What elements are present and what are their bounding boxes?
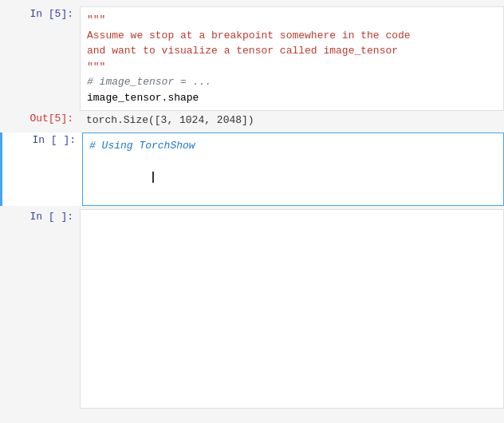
text-cursor [152,172,154,183]
cell-5-output-label: Out[5]: [0,111,80,125]
cell-6-label: In [ ]: [2,132,82,146]
notebook-container: In [5]: """ Assume we stop at a breakpoi… [0,0,504,415]
cell-6: In [ ]: # Using TorchShow [0,132,504,206]
code-line: and want to visualize a tensor called im… [87,43,497,59]
cell-5-input-row: In [5]: """ Assume we stop at a breakpoi… [0,6,504,111]
cell-5-label: In [5]: [0,6,80,20]
cell-7-input-row: In [ ]: [0,209,504,409]
cell-5: In [5]: """ Assume we stop at a breakpoi… [0,6,504,129]
code-line: image_tensor.shape [87,90,497,106]
code-line: """ [87,59,497,75]
cell-5-output: torch.Size([3, 1024, 2048]) [80,111,504,129]
cell-5-content[interactable]: """ Assume we stop at a breakpoint somew… [80,6,504,111]
cell-5-output-row: Out[5]: torch.Size([3, 1024, 2048]) [0,111,504,129]
cell-7: In [ ]: [0,209,504,409]
code-line: # Using TorchShow [89,138,497,154]
cell-6-input-row: In [ ]: # Using TorchShow [2,132,504,206]
code-line: """ [87,12,497,28]
code-line: Assume we stop at a breakpoint somewhere… [87,28,497,44]
cell-6-content[interactable]: # Using TorchShow [82,132,504,206]
code-line-cursor [89,154,497,201]
cell-7-label: In [ ]: [0,209,80,223]
code-line: # image_tensor = ... [87,74,497,90]
cell-7-content[interactable] [80,209,504,409]
